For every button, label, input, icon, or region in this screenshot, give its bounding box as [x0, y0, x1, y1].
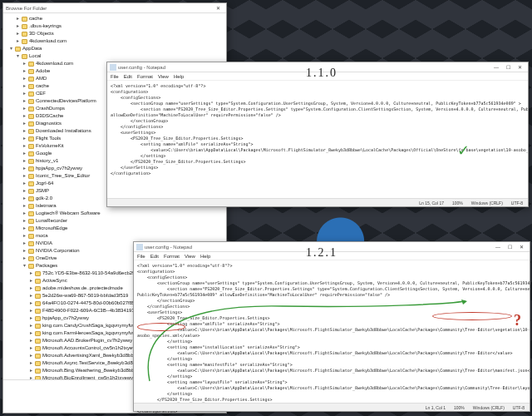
tree-label: Microsoft.AdvertisingXaml_8wekyb3d8bbwe [42, 352, 140, 359]
tree-node[interactable]: ▸Logitech® Webcam Software [5, 210, 224, 217]
tree-label: Jcgrl-64 [36, 180, 53, 187]
twisty-icon[interactable]: ▸ [28, 367, 33, 374]
tree-node[interactable]: ▸.dbus-keyrings [5, 22, 224, 30]
tree-node[interactable]: ▾Local [5, 52, 224, 60]
tree-label: D3DSCache [36, 112, 63, 120]
tree-label: hpjaApp_cv7h2ywwy [42, 314, 89, 322]
tree-label: moca [36, 232, 48, 240]
menu-file[interactable]: File [111, 74, 119, 79]
twisty-icon[interactable]: ▸ [22, 105, 27, 112]
folder-icon [35, 309, 41, 314]
tree-label: ActiveSync [42, 277, 67, 285]
tree-node[interactable]: ▾AppData [5, 45, 224, 52]
tree-node[interactable]: ▸MicrosoftEdge [5, 225, 224, 232]
twisty-icon[interactable]: ▸ [22, 165, 27, 172]
twisty-icon[interactable]: ▸ [28, 344, 33, 352]
twisty-icon[interactable]: ▸ [15, 37, 20, 45]
tree-label: MicrosoftEdge [36, 225, 67, 232]
twisty-icon[interactable]: ▸ [28, 314, 33, 322]
folder-icon [22, 24, 27, 29]
np1-menubar[interactable]: FileEditFormatViewHelp [107, 72, 528, 81]
tree-node[interactable]: ▸moca [5, 232, 224, 240]
twisty-icon[interactable]: ▸ [22, 120, 27, 127]
tree-label: Microsoft.Async.TestService_8wekyb3d8bbw… [42, 359, 145, 367]
np1-textarea[interactable]: <?xml version="1.0" encoding="utf-8"?> <… [107, 81, 528, 179]
twisty-icon[interactable]: ▸ [28, 374, 33, 379]
twisty-icon[interactable]: ▸ [22, 135, 27, 142]
menu-view[interactable]: View [158, 74, 169, 79]
twisty-icon[interactable]: ▸ [28, 277, 33, 285]
twisty-icon[interactable]: ▸ [15, 22, 20, 30]
twisty-icon[interactable]: ▸ [22, 112, 27, 120]
twisty-icon[interactable]: ▸ [22, 225, 27, 232]
np1-encoding: UTF-8 [511, 201, 523, 206]
twisty-icon[interactable]: ▸ [28, 300, 33, 307]
twisty-icon[interactable]: ▸ [28, 292, 33, 300]
tree-label: Local [29, 52, 41, 60]
tree-node[interactable]: ▸cache [5, 15, 224, 22]
twisty-icon[interactable]: ▸ [22, 75, 27, 82]
close-icon[interactable]: ✕ [212, 3, 224, 12]
close-icon[interactable]: ✕ [514, 62, 525, 72]
twisty-icon[interactable]: ▸ [22, 210, 27, 217]
twisty-icon[interactable]: ▸ [22, 90, 27, 97]
twisty-icon[interactable]: ▸ [22, 240, 27, 247]
menu-edit[interactable]: Edit [124, 74, 132, 79]
tree-label: CrashDumps [36, 105, 65, 112]
twisty-icon[interactable]: ▸ [28, 337, 33, 344]
folder-icon [28, 136, 34, 141]
tree-label: OneDrive [36, 255, 57, 262]
twisty-icon[interactable]: ▸ [22, 172, 27, 180]
folder-icon [35, 339, 41, 344]
twisty-icon[interactable]: ▸ [22, 67, 27, 75]
twisty-icon[interactable]: ▸ [22, 217, 27, 225]
tree-node[interactable]: ▸4kdownload.com [5, 37, 224, 45]
twisty-icon[interactable]: ▾ [8, 45, 13, 52]
twisty-icon[interactable]: ▸ [28, 352, 33, 359]
tree-label: FsVolumeKit [36, 142, 64, 150]
twisty-icon[interactable]: ▸ [28, 359, 33, 367]
folder-icon [28, 264, 34, 269]
twisty-icon[interactable]: ▸ [22, 82, 27, 90]
twisty-icon[interactable]: ▸ [22, 127, 27, 135]
twisty-icon[interactable]: ▸ [28, 329, 33, 337]
folder-icon [28, 241, 34, 246]
twisty-icon[interactable]: ▸ [22, 202, 27, 210]
twisty-icon[interactable]: ▸ [22, 142, 27, 150]
tree-label: adobe.mideshow.de..protectedmode [42, 285, 123, 292]
twisty-icon[interactable]: ▸ [28, 307, 33, 314]
tree-label: CEF [36, 90, 46, 97]
folder-icon [28, 121, 34, 126]
twisty-icon[interactable]: ▾ [22, 262, 27, 270]
folder-icon [28, 159, 34, 164]
maximize-icon[interactable]: ☐ [502, 62, 514, 72]
twisty-icon[interactable]: ▸ [22, 255, 27, 262]
folder-icon [28, 69, 34, 74]
twisty-icon[interactable]: ▸ [22, 157, 27, 165]
menu-format[interactable]: Format [137, 74, 153, 79]
np1-titlebar[interactable]: user.config - Notepad — ☐ ✕ [107, 62, 528, 72]
tree-node[interactable]: ▸3D Objects [5, 30, 224, 37]
twisty-icon[interactable]: ▸ [28, 285, 33, 292]
twisty-icon[interactable]: ▸ [22, 150, 27, 157]
folder-icon [35, 316, 41, 321]
minimize-icon[interactable]: — [490, 62, 502, 72]
twisty-icon[interactable]: ▸ [22, 97, 27, 105]
twisty-icon[interactable]: ▾ [15, 52, 20, 60]
tree-label: Logitech® Webcam Software [36, 210, 101, 217]
twisty-icon[interactable]: ▸ [22, 247, 27, 255]
twisty-icon[interactable]: ▸ [28, 322, 33, 329]
folder-icon [28, 181, 34, 186]
twisty-icon[interactable]: ▸ [28, 270, 33, 277]
twisty-icon[interactable]: ▸ [15, 15, 20, 22]
twisty-icon[interactable]: ▸ [22, 232, 27, 240]
tree-node[interactable]: ▸LunaRecorder [5, 217, 224, 225]
menu-help[interactable]: Help [174, 74, 184, 79]
twisty-icon[interactable]: ▸ [22, 180, 27, 187]
tree-label: Isletmara [36, 202, 57, 210]
twisty-icon[interactable]: ▸ [22, 187, 27, 195]
twisty-icon[interactable]: ▸ [22, 195, 27, 202]
browse-titlebar[interactable]: Browse For Folder ✕ [3, 3, 226, 13]
twisty-icon[interactable]: ▸ [15, 30, 20, 37]
twisty-icon[interactable]: ▸ [22, 60, 27, 67]
